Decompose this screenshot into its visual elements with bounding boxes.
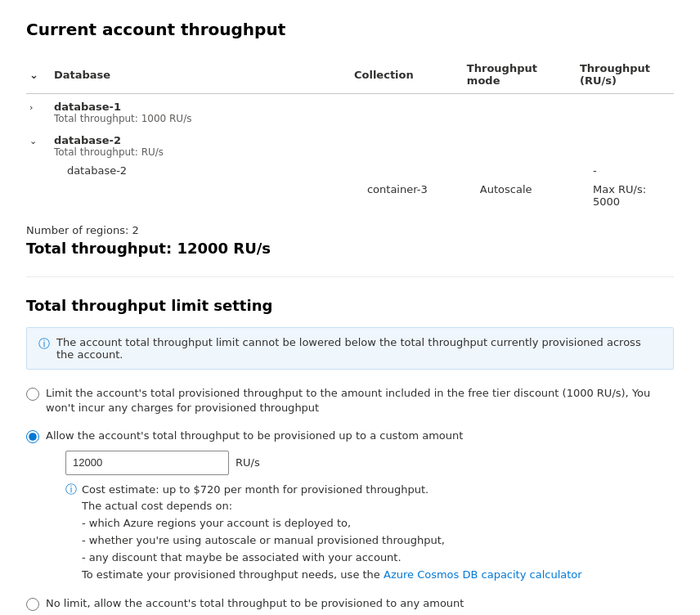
section-divider [26,276,674,277]
database-name-db1: database-1 [54,101,344,113]
info-banner: ⓘ The account total throughput limit can… [26,327,674,370]
database-name-db2: database-2 [54,134,344,146]
info-banner-text: The account total throughput limit canno… [56,336,662,361]
chevron-right-icon[interactable]: › [29,102,43,113]
info-circle-icon: ⓘ [65,483,77,497]
custom-amount-row: RU/s [65,451,582,475]
cost-line3: - which Azure regions your account is de… [82,517,351,529]
chevron-down-icon: ⌄ [29,69,38,81]
cost-line5: - any discount that maybe be associated … [82,551,402,563]
radio-option-custom: Allow the account's total throughput to … [26,429,674,583]
table-row: container-3 Autoscale Max RU/s: 5000 [26,180,674,211]
chevron-down-icon[interactable]: ⌄ [29,136,43,146]
child-db-name: database-2 [51,161,351,180]
radio-no-limit-label[interactable]: No limit, allow the account's total thro… [46,596,464,611]
cost-line2: The actual cost depends on: [82,500,232,512]
database-name-cell-db2: database-2 Total throughput: RU/s [51,128,351,161]
radio-custom-amount[interactable] [26,430,39,443]
radio-free-tier[interactable] [26,388,39,401]
col-header-throughput-mode: Throughput mode [464,56,577,94]
cost-line6-prefix: To estimate your provisioned throughput … [82,568,384,581]
toggle-cell-db2[interactable]: ⌄ [26,128,51,161]
col-header-database: Database [51,56,351,94]
database-name-cell: database-1 Total throughput: 1000 RU/s [51,94,351,128]
total-throughput: Total throughput: 12000 RU/s [26,240,674,257]
table-row: database-2 - [26,161,674,180]
radio-custom-label[interactable]: Allow the account's total throughput to … [46,429,463,442]
child-throughput-mode-2: Autoscale [464,180,577,211]
radio-free-tier-label[interactable]: Limit the account's total provisioned th… [46,386,674,415]
summary-section: Number of regions: 2 Total throughput: 1… [26,224,674,257]
radio-no-limit[interactable] [26,598,39,611]
col-header-toggle: ⌄ [26,56,51,94]
database-subtitle-db2: Total throughput: RU/s [54,146,344,158]
cost-estimate-text: Cost estimate: up to $720 per month for … [82,482,582,584]
info-icon: ⓘ [38,337,50,352]
cost-estimate-box: ⓘ Cost estimate: up to $720 per month fo… [65,482,582,584]
throughput-table: ⌄ Database Collection Throughput mode Th… [26,56,674,211]
capacity-calculator-link[interactable]: Azure Cosmos DB capacity calculator [384,568,582,581]
limit-setting-section: Total throughput limit setting ⓘ The acc… [26,297,674,612]
database-subtitle-db1: Total throughput: 1000 RU/s [54,113,344,124]
page-title: Current account throughput [26,20,674,39]
cost-line4: - whether you're using autoscale or manu… [82,534,445,546]
child-collection-1 [351,161,464,180]
limit-section-title: Total throughput limit setting [26,297,674,314]
col-header-collection: Collection [351,56,464,94]
cost-line1: Cost estimate: up to $720 per month for … [82,483,429,496]
radio-option-free-tier: Limit the account's total provisioned th… [26,386,674,415]
custom-amount-input[interactable] [65,451,229,475]
child-throughput-2: Max RU/s: 5000 [577,180,674,211]
child-throughput-1: - [577,161,674,180]
col-header-throughput-rus: Throughput (RU/s) [577,56,674,94]
table-row: › database-1 Total throughput: 1000 RU/s [26,94,674,128]
child-collection-2: container-3 [351,180,464,211]
child-throughput-mode-1 [464,161,577,180]
table-row: ⌄ database-2 Total throughput: RU/s [26,128,674,161]
toggle-cell[interactable]: › [26,94,51,128]
unit-label: RU/s [236,456,260,469]
radio-option-no-limit: No limit, allow the account's total thro… [26,596,674,611]
num-regions: Number of regions: 2 [26,224,674,236]
child-db-name-2 [51,180,351,211]
